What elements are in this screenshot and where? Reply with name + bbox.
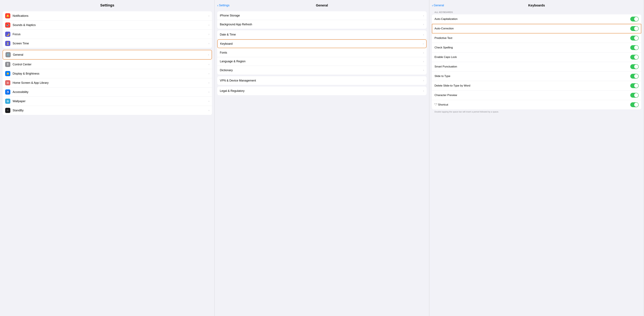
accessibility-chevron: ›: [208, 90, 209, 94]
settings-item-wallpaper[interactable]: ✿ Wallpaper ›: [2, 97, 212, 106]
settings-item-sounds-haptics[interactable]: 🔊 Sounds & Haptics ›: [2, 20, 212, 30]
auto-capitalization-toggle[interactable]: [630, 16, 639, 22]
general-column: ‹ Settings General iPhone Storage › Back…: [215, 0, 429, 316]
settings-item-display-brightness[interactable]: ☀️ Display & Brightness ›: [2, 69, 212, 78]
home-screen-chevron: ›: [208, 81, 209, 84]
col2-section-0: iPhone Storage › Background App Refresh …: [217, 11, 426, 29]
keyboard-item-auto-capitalization[interactable]: Auto-Capitalization: [432, 14, 641, 24]
character-preview-label: Character Preview: [434, 94, 630, 97]
legal-regulatory-chevron: ›: [423, 90, 424, 92]
slide-to-type-label: Slide to Type: [434, 74, 630, 78]
period-shortcut-hint: Double tapping the space bar will insert…: [429, 110, 644, 115]
auto-correction-label: Auto-Correction: [434, 27, 630, 30]
dictionary-label: Dictionary: [220, 68, 423, 72]
keyboard-item-smart-punctuation[interactable]: Smart Punctuation: [432, 62, 641, 72]
focus-chevron: ›: [208, 33, 209, 36]
legal-regulatory-label: Legal & Regulatory: [220, 89, 423, 93]
settings-item-accessibility[interactable]: ♿ Accessibility ›: [2, 88, 212, 97]
wallpaper-label: Wallpaper: [12, 100, 208, 103]
screen-time-icon: ⏳: [5, 41, 10, 46]
col1-section-1: ⚙️ General › 🎛 Control Center › ☀️ Displ…: [2, 50, 212, 115]
focus-label: Focus: [12, 32, 208, 36]
general-item-dictionary[interactable]: Dictionary ›: [217, 66, 426, 74]
display-brightness-label: Display & Brightness: [12, 72, 208, 75]
iphone-storage-label: iPhone Storage: [220, 14, 423, 17]
character-preview-toggle[interactable]: [630, 93, 639, 98]
general-item-legal-regulatory[interactable]: Legal & Regulatory ›: [217, 86, 426, 95]
settings-item-home-screen[interactable]: ⊞ Home Screen & App Library ›: [2, 78, 212, 88]
general-item-date-time[interactable]: Date & Time ›: [217, 30, 426, 39]
slide-to-type-toggle[interactable]: [630, 74, 639, 78]
all-keyboards-label: ALL KEYBOARDS: [429, 10, 644, 14]
back-chevron-icon: ‹: [217, 4, 218, 7]
period-shortcut-toggle[interactable]: [630, 102, 639, 107]
col2-header: ‹ Settings General: [215, 0, 429, 10]
language-region-label: Language & Region: [220, 60, 423, 63]
general-label: General: [13, 53, 208, 56]
predictive-text-toggle[interactable]: [630, 36, 639, 40]
keyboard-label: Keyboard: [220, 42, 423, 46]
auto-correction-toggle[interactable]: [630, 26, 639, 31]
vpn-device-label: VPN & Device Management: [220, 79, 423, 82]
check-spelling-toggle[interactable]: [630, 45, 639, 50]
enable-caps-lock-label: Enable Caps Lock: [434, 56, 630, 59]
general-item-iphone-storage[interactable]: iPhone Storage ›: [217, 11, 426, 20]
auto-capitalization-label: Auto-Capitalization: [434, 18, 630, 21]
screen-time-label: Screen Time: [12, 42, 208, 45]
focus-icon: 🌙: [5, 32, 10, 37]
wallpaper-icon: ✿: [5, 98, 10, 104]
keyboard-item-enable-caps-lock[interactable]: Enable Caps Lock: [432, 52, 641, 62]
col1-title: Settings: [100, 3, 114, 8]
control-center-chevron: ›: [208, 63, 209, 66]
smart-punctuation-label: Smart Punctuation: [434, 65, 630, 68]
dictionary-chevron: ›: [423, 69, 424, 72]
col2-section-3: Legal & Regulatory ›: [217, 86, 426, 95]
keyboard-item-delete-slide-to-type[interactable]: Delete Slide-to-Type by Word: [432, 81, 641, 90]
settings-item-screen-time[interactable]: ⏳ Screen Time ›: [2, 39, 212, 48]
settings-item-standby[interactable]: ○ StandBy ›: [2, 106, 212, 115]
smart-punctuation-toggle[interactable]: [630, 64, 639, 69]
settings-item-general[interactable]: ⚙️ General ›: [2, 50, 212, 60]
enable-caps-lock-toggle[interactable]: [630, 55, 639, 60]
keyboard-item-character-preview[interactable]: Character Preview: [432, 90, 641, 100]
period-shortcut-label: "." Shortcut: [434, 103, 630, 106]
home-screen-icon: ⊞: [5, 80, 10, 85]
predictive-text-label: Predictive Text: [434, 36, 630, 40]
col3-back-button[interactable]: ‹ General: [432, 4, 444, 7]
general-item-keyboard[interactable]: Keyboard ›: [217, 40, 426, 48]
notifications-icon: 🔔: [5, 13, 10, 18]
delete-slide-to-type-toggle[interactable]: [630, 83, 639, 88]
keyboard-item-period-shortcut[interactable]: "." Shortcut: [432, 100, 641, 110]
general-icon: ⚙️: [6, 52, 11, 57]
display-brightness-chevron: ›: [208, 72, 209, 75]
col2-title: General: [316, 4, 328, 7]
keyboard-item-auto-correction[interactable]: Auto-Correction: [432, 24, 641, 34]
keyboard-item-check-spelling[interactable]: Check Spelling: [432, 43, 641, 52]
date-time-label: Date & Time: [220, 33, 423, 36]
settings-column: Settings 🔔 Notifications › 🔊 Sounds & Ha…: [0, 0, 215, 316]
settings-item-notifications[interactable]: 🔔 Notifications ›: [2, 11, 212, 20]
standby-icon: ○: [5, 108, 10, 113]
keyboard-chevron: ›: [423, 42, 424, 45]
general-item-vpn-device[interactable]: VPN & Device Management ›: [217, 76, 426, 85]
wallpaper-chevron: ›: [208, 100, 209, 103]
control-center-label: Control Center: [12, 63, 208, 66]
general-item-language-region[interactable]: Language & Region ›: [217, 57, 426, 66]
background-app-refresh-label: Background App Refresh: [220, 23, 423, 26]
keyboard-item-predictive-text[interactable]: Predictive Text: [432, 34, 641, 43]
standby-chevron: ›: [208, 109, 209, 112]
settings-item-control-center[interactable]: 🎛 Control Center ›: [2, 60, 212, 69]
keyboard-item-slide-to-type[interactable]: Slide to Type: [432, 72, 641, 81]
general-item-background-app-refresh[interactable]: Background App Refresh ›: [217, 20, 426, 29]
col1-section-0: 🔔 Notifications › 🔊 Sounds & Haptics › 🌙…: [2, 11, 212, 48]
check-spelling-label: Check Spelling: [434, 46, 630, 49]
sounds-haptics-chevron: ›: [208, 24, 209, 26]
col2-back-button[interactable]: ‹ Settings: [217, 4, 230, 7]
screen-time-chevron: ›: [208, 42, 209, 45]
col2-section-2: VPN & Device Management ›: [217, 76, 426, 85]
control-center-icon: 🎛: [5, 62, 10, 67]
general-item-fonts[interactable]: Fonts ›: [217, 48, 426, 57]
settings-item-focus[interactable]: 🌙 Focus ›: [2, 30, 212, 39]
back-chevron-icon-3: ‹: [432, 4, 433, 7]
fonts-chevron: ›: [423, 51, 424, 54]
